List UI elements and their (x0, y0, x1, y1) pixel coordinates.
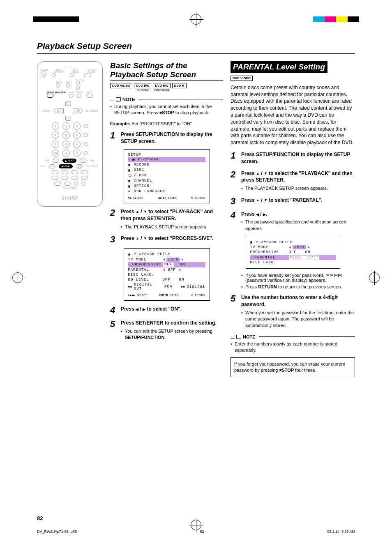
crosshair-icon (12, 272, 23, 283)
osd-playback-setup-screen: ▣PLAYBACK SETUP TV MODE16:9 ➜PROGRESSIVE… (124, 248, 210, 301)
note-text: During playback, you cannot set each ite… (110, 104, 223, 116)
brand-logo: SHARP (62, 196, 78, 200)
note-icon (236, 335, 241, 339)
osd-parental-screen: ▣PLAYBACK SETUP TV MODE16:9 PROGRESSIVEO… (246, 236, 340, 269)
parental-step-5: 5 Use the number buttons to enter a 4-di… (231, 294, 355, 329)
section-heading-inverse: PARENTAL Level Setting (231, 61, 327, 73)
osd-setup-screen: SETUP ➜▣PLAYBACK ▣RECORD ▣DISC ⏲CLOCK ▣C… (124, 149, 210, 203)
tip-box: If you forget your password, you can era… (231, 357, 355, 378)
crosshair-icon (191, 14, 201, 25)
page-title: Playback Setup Screen (37, 41, 355, 54)
parental-step-1: 1 Press SETUP/FUNCTION to display the SE… (231, 151, 355, 165)
crosshair-icon (191, 520, 201, 530)
parental-step-3: 3 Press / to select "PARENTAL". (231, 197, 355, 206)
parental-section: PARENTAL Level Setting DVD VIDEO Certain… (231, 61, 355, 377)
registration-marks-top (0, 16, 392, 33)
parental-step-2: 2 Press / to select the "PLAYBACK" and t… (231, 170, 355, 192)
step-5: 5 Press SET/ENTER to confirm the setting… (110, 320, 223, 341)
crosshair-icon (369, 272, 380, 283)
example-text: Example: Set "PROGRESSIVE" to "ON" (110, 121, 223, 126)
section-heading: Basic Settings of the (110, 61, 223, 70)
registration-marks-bottom (0, 522, 392, 539)
note-text: Enter the numbers slowly as each number … (231, 341, 355, 353)
note-icon (116, 97, 121, 101)
intro-text: Certain discs come preset with country c… (231, 84, 355, 146)
basic-settings-section: Basic Settings of the Playback Setup Scr… (110, 61, 223, 377)
parental-bullet: Press RETURN to return to the previous s… (241, 284, 355, 289)
note-title: NOTE (122, 97, 135, 102)
page-number: 82 (37, 515, 43, 521)
page-content: Playback Setup Screen POWER⏻ TIMER STAND… (37, 41, 355, 514)
note-title: NOTE (243, 334, 256, 339)
step-2: 2 Press / to select "PLAY-BACK" and then… (110, 208, 223, 230)
section-heading: Playback Setup Screen (110, 70, 223, 79)
parental-step-4: 4 Press / . The password specificaiton a… (231, 211, 355, 232)
parental-bullet: If you have already set your pass-word, … (241, 273, 355, 283)
remote-illustration: POWER⏻ TIMER STANDBY DISC CHECK ▲ OPEN/ … (37, 61, 103, 377)
step-3: 3 Press / to select "PROGRES-SIVE". (110, 235, 223, 244)
step-4: 4 Press / to select "ON". (110, 306, 223, 315)
step-1: 1 Press SETUP/FUNCTION to display the SE… (110, 131, 223, 145)
format-tags: DVD VIDEO DVD RWVR MODE DVD RWVIDEO MODE… (110, 83, 223, 91)
format-tag: DVD VIDEO (231, 76, 253, 81)
